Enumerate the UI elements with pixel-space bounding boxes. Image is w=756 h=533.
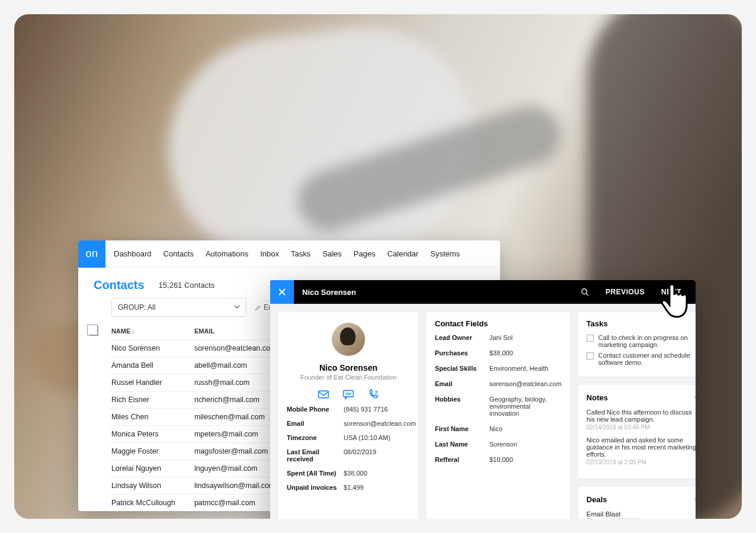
- nav-item-inbox[interactable]: Inbox: [260, 249, 279, 258]
- svg-point-0: [582, 289, 587, 294]
- deal-item[interactable]: Email BlastDeal value: $10,000Close date…: [587, 510, 696, 519]
- group-select[interactable]: GROUP: All: [111, 298, 246, 317]
- field-value: $38,000: [344, 470, 416, 477]
- group-select-label: GROUP: All: [118, 303, 155, 312]
- task-item: Call to check in on progress on marketin…: [587, 334, 696, 348]
- add-note-button[interactable]: +: [694, 392, 696, 403]
- chevron-down-icon: [234, 303, 240, 312]
- task-text: Call to check in on progress on marketin…: [598, 334, 696, 348]
- detail-top-bar: Nico Sorensen PREVIOUS NEXT: [270, 280, 696, 304]
- page-title: Contacts: [94, 278, 145, 292]
- close-icon: [278, 288, 286, 296]
- deals-card: Deals + Email BlastDeal value: $10,000Cl…: [578, 487, 696, 519]
- field-value: $10,000: [489, 456, 562, 463]
- contacts-count: 15,261 Contacts: [159, 281, 215, 290]
- field-value: (845) 931 7716: [344, 406, 416, 413]
- field-label: Spent (All Time): [287, 470, 344, 477]
- note-timestamp: 02/14/2019 at 03:45 PM: [587, 424, 696, 431]
- sms-icon[interactable]: SMS: [342, 389, 354, 400]
- field-label: Unpaid invoices: [287, 484, 344, 491]
- nav-item-automations[interactable]: Automations: [206, 249, 248, 258]
- field-label: Last Email received: [287, 448, 344, 463]
- nav-item-contacts[interactable]: Contacts: [164, 249, 194, 258]
- field-value: sorenson@eatclean.com: [489, 380, 562, 387]
- note-item: Nico emailed and asked for some guidance…: [587, 436, 696, 465]
- sort-arrow-icon: ↓: [132, 328, 134, 335]
- task-text: Contact customer and schedule software d…: [598, 352, 696, 366]
- field-value: Geography, biology, environmental innova…: [489, 396, 562, 417]
- task-checkbox[interactable]: [587, 335, 594, 342]
- field-label: Hobbies: [435, 396, 489, 417]
- avatar: [332, 323, 365, 356]
- field-value: sorenson@eatclean.com: [344, 420, 416, 427]
- previous-button[interactable]: PREVIOUS: [606, 288, 645, 296]
- field-value: Environment, Health: [489, 365, 562, 372]
- profile-card: Nico Sorensen Founder of Eat Clean Found…: [278, 312, 418, 519]
- field-value: $1,499: [344, 484, 416, 491]
- add-deal-button[interactable]: +: [694, 494, 696, 505]
- profile-role: Founder of Eat Clean Foundation: [287, 374, 410, 381]
- close-button[interactable]: [270, 280, 294, 304]
- nav-item-calendar[interactable]: Calendar: [387, 249, 419, 258]
- nav-item-systems[interactable]: Systems: [430, 249, 460, 258]
- select-all-checkbox[interactable]: [89, 326, 98, 336]
- contact-fields-title: Contact Fields: [435, 319, 562, 328]
- field-label: Refferal: [435, 456, 489, 463]
- nav-item-sales[interactable]: Sales: [322, 249, 342, 258]
- task-item: Contact customer and schedule software d…: [587, 352, 696, 366]
- next-button[interactable]: NEXT: [661, 288, 681, 296]
- svg-rect-1: [319, 391, 329, 398]
- field-label: Lead Owner: [435, 334, 489, 341]
- profile-name: Nico Sorensen: [287, 363, 410, 373]
- contact-fields-card: Contact Fields Lead OwnerJani SolPurchas…: [427, 312, 570, 519]
- main-navbar: on DashboardContactsAutomationsInboxTask…: [78, 240, 500, 268]
- hero-photo-background: on DashboardContactsAutomationsInboxTask…: [14, 14, 742, 519]
- pencil-icon: [255, 304, 261, 311]
- note-item: Called Nico this afternoon to discuss hi…: [587, 409, 696, 431]
- field-label: Purchases: [435, 349, 489, 357]
- detail-title: Nico Sorensen: [294, 288, 356, 297]
- phone-icon[interactable]: [367, 389, 379, 400]
- nav-item-pages[interactable]: Pages: [354, 249, 376, 258]
- field-label: Mobile Phone: [287, 406, 344, 413]
- field-label: Special Skills: [435, 365, 489, 372]
- deals-title: Deals: [587, 495, 607, 504]
- field-label: Timezone: [287, 434, 344, 441]
- tasks-card: Tasks Call to check in on progress on ma…: [578, 312, 696, 377]
- note-timestamp: 02/13/2019 at 2:05 PM: [587, 459, 696, 465]
- search-icon[interactable]: [581, 288, 589, 296]
- app-logo[interactable]: on: [78, 240, 105, 268]
- tasks-title: Tasks: [587, 319, 608, 328]
- task-checkbox[interactable]: [587, 352, 594, 359]
- field-label: First Name: [435, 425, 489, 432]
- field-label: Last Name: [435, 441, 489, 448]
- svg-text:SMS: SMS: [345, 392, 353, 396]
- field-value: $38,000: [489, 349, 562, 357]
- field-label: Email: [435, 380, 489, 387]
- field-label: Email: [287, 420, 344, 427]
- mail-icon[interactable]: [318, 389, 329, 400]
- field-value: Nico: [489, 425, 562, 432]
- notes-card: Notes + Called Nico this afternoon to di…: [578, 385, 696, 479]
- nav-item-dashboard[interactable]: Dashboard: [114, 249, 152, 258]
- column-header-name[interactable]: NAME↓: [109, 323, 192, 340]
- field-value: USA (10:10 AM): [344, 434, 416, 441]
- field-value: Sorenson: [489, 441, 562, 448]
- field-value: Jani Sol: [489, 334, 562, 341]
- notes-title: Notes: [587, 393, 608, 402]
- contact-detail-panel: Nico Sorensen PREVIOUS NEXT Nico Sorense…: [270, 280, 696, 519]
- field-value: 08/02/2019: [344, 448, 416, 463]
- nav-item-tasks[interactable]: Tasks: [291, 249, 310, 258]
